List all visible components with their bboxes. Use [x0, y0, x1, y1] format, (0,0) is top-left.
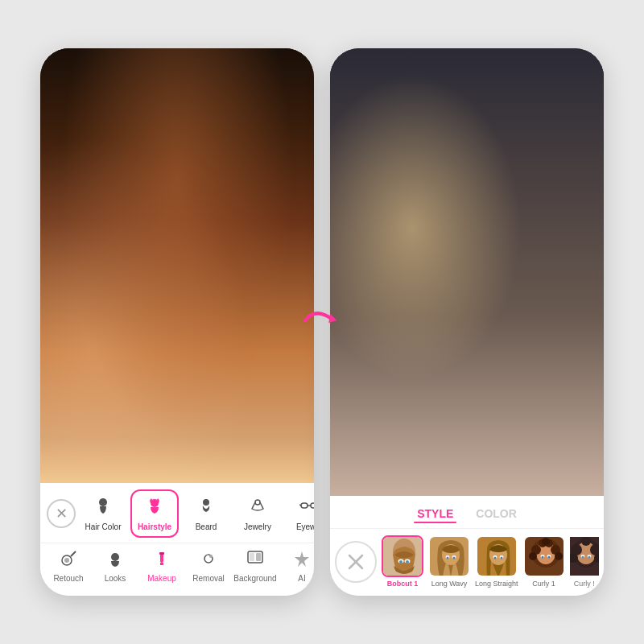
eyewear-label: Eyew... — [296, 522, 314, 531]
svg-line-20 — [299, 505, 301, 506]
svg-point-67 — [500, 557, 502, 559]
right-toolbar: STYLE COLOR — [330, 496, 604, 596]
svg-point-81 — [547, 556, 550, 559]
svg-point-61 — [453, 557, 456, 559]
svg-rect-17 — [301, 503, 308, 508]
svg-point-16 — [255, 500, 260, 505]
background-icon — [246, 550, 264, 572]
svg-point-66 — [493, 557, 496, 559]
no-style-icon — [346, 552, 365, 572]
left-phone-image — [40, 48, 314, 483]
hairstyle-label: Hairstyle — [138, 522, 171, 531]
hair-color-icon — [93, 496, 113, 520]
arrow-svg — [302, 300, 342, 341]
svg-point-15 — [203, 499, 209, 506]
eyewear-icon — [299, 496, 314, 520]
cancel-icon: ✕ — [56, 505, 68, 522]
retouch-label: Retouch — [53, 574, 83, 583]
right-phone-image — [330, 48, 604, 496]
svg-point-25 — [111, 553, 119, 561]
style-color-tab-bar: STYLE COLOR — [330, 502, 604, 529]
svg-point-54 — [399, 560, 402, 564]
curly1-label: Curly 1 — [532, 580, 555, 588]
curly2-label: Curly ! — [574, 580, 595, 588]
tab-color[interactable]: COLOR — [473, 506, 520, 522]
beard-icon — [196, 496, 216, 520]
svg-point-74 — [555, 552, 563, 560]
hair-color-label: Hair Color — [85, 522, 122, 531]
tool-eyewear[interactable]: Eyew... — [285, 491, 314, 536]
left-phone: ✕ Hair Color — [40, 48, 314, 596]
jewelry-icon — [248, 496, 267, 520]
tool-removal[interactable]: Removal — [187, 547, 230, 586]
svg-point-72 — [529, 552, 537, 560]
curly1-thumbnail — [523, 535, 565, 577]
svg-rect-27 — [159, 552, 164, 555]
ai-icon — [293, 550, 311, 572]
background-label: Background — [233, 574, 276, 583]
looks-icon — [106, 550, 124, 572]
svg-rect-31 — [250, 553, 254, 561]
tool-jewelry[interactable]: Jewelry — [233, 491, 282, 536]
bobcut1-thumbnail — [382, 535, 423, 577]
hairstyle-bobcut1[interactable]: Bobcut 1 — [382, 535, 423, 588]
tool-ai[interactable]: AI — [280, 547, 314, 586]
hairstyle-curly1[interactable]: Curly 1 — [523, 535, 565, 588]
longstraight-label: Long Straight — [475, 580, 518, 588]
svg-rect-32 — [256, 553, 261, 561]
tool-hair-color[interactable]: Hair Color — [79, 491, 127, 536]
no-style-button[interactable] — [335, 541, 377, 583]
svg-marker-34 — [328, 314, 336, 324]
transition-arrow — [302, 300, 342, 344]
hairstyle-longwavy[interactable]: Long Wavy — [428, 535, 470, 588]
tool-row-top: ✕ Hair Color — [40, 489, 314, 543]
svg-line-24 — [71, 551, 76, 556]
tool-retouch[interactable]: Retouch — [47, 547, 90, 586]
svg-point-80 — [541, 556, 543, 559]
retouch-icon — [60, 550, 77, 572]
right-phone: STYLE COLOR — [330, 48, 604, 596]
tool-row-bottom: Retouch Looks — [40, 543, 314, 592]
svg-rect-18 — [311, 503, 314, 508]
jewelry-label: Jewelry — [244, 522, 271, 531]
curly2-thumbnail — [570, 535, 599, 577]
svg-point-13 — [99, 498, 107, 506]
main-scene: ✕ Hair Color — [0, 0, 644, 644]
hairstyle-thumbnail-row: Bobcut 1 — [330, 529, 604, 592]
svg-point-29 — [209, 555, 213, 558]
longwavy-label: Long Wavy — [431, 580, 468, 588]
tool-background[interactable]: Background — [233, 547, 277, 586]
tool-beard[interactable]: Beard — [182, 491, 230, 536]
left-toolbar: ✕ Hair Color — [40, 483, 314, 596]
svg-point-92 — [581, 556, 584, 559]
looks-label: Looks — [105, 574, 126, 583]
removal-label: Removal — [192, 574, 224, 583]
tab-style[interactable]: STYLE — [414, 506, 456, 522]
svg-point-77 — [542, 538, 550, 546]
removal-icon — [200, 550, 217, 572]
longstraight-thumbnail — [476, 535, 518, 577]
cancel-button[interactable]: ✕ — [47, 499, 76, 528]
longwavy-thumbnail — [428, 535, 470, 577]
svg-point-55 — [406, 560, 409, 564]
bobcut1-label: Bobcut 1 — [387, 580, 419, 588]
tool-hairstyle[interactable]: Hairstyle — [130, 489, 179, 538]
svg-point-93 — [588, 556, 590, 559]
makeup-label: Makeup — [147, 574, 176, 583]
hairstyle-longstraight[interactable]: Long Straight — [475, 535, 518, 588]
tool-makeup[interactable]: Makeup — [140, 547, 184, 586]
beard-label: Beard — [196, 522, 217, 531]
svg-point-60 — [447, 557, 449, 559]
makeup-icon — [153, 550, 171, 572]
ai-label: AI — [298, 574, 305, 583]
hairstyle-icon — [145, 496, 164, 520]
svg-marker-33 — [295, 551, 309, 567]
hairstyle-curly2[interactable]: Curly ! — [570, 535, 599, 588]
svg-point-23 — [64, 558, 69, 563]
tool-looks[interactable]: Looks — [93, 547, 137, 586]
